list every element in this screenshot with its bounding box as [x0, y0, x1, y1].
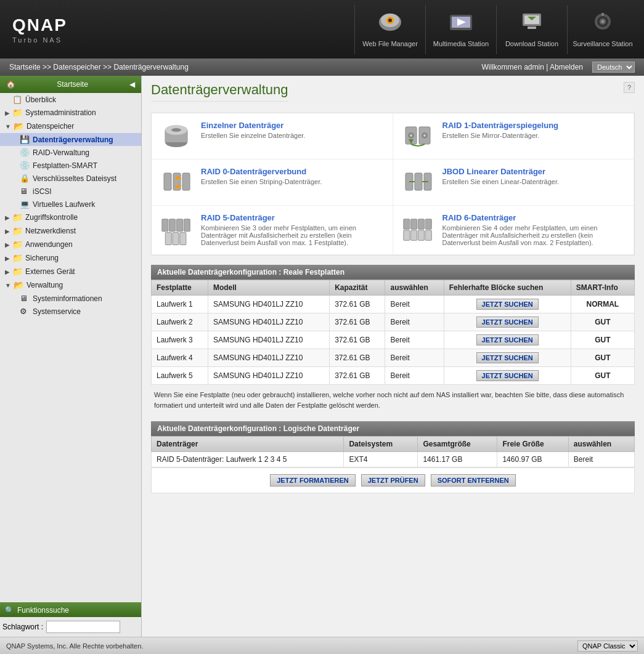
sidebar-items-container: 📋 Überblick ▶ 📁 Systemadministration ▼ 📂… [0, 93, 141, 602]
schlagwort-label: Schlagwort : [2, 623, 43, 631]
sidebar-item-verschl[interactable]: 🔒 Verschlüsseltes Dateisyst [0, 172, 141, 185]
btn-jetzt-suchen-2[interactable]: JETZT SUCHEN [476, 317, 539, 328]
btn-prufen[interactable]: JETZT PRÜFEN [361, 474, 425, 486]
sidebar-item-systemadministration[interactable]: ▶ 📁 Systemadministration [0, 106, 141, 119]
sidebar: 🏠 Startseite ◀ 📋 Überblick ▶ 📁 Systemadm… [0, 76, 142, 637]
svg-rect-49 [410, 230, 417, 240]
drive-type-jbod[interactable]: JBOD Linearer Datenträger Erstellen Sie … [393, 159, 635, 206]
btn-formatieren[interactable]: JETZT FORMATIEREN [270, 474, 356, 486]
jbod-title: JBOD Linearer Datenträger [442, 167, 560, 176]
sidebar-label-raid: RAID-Verwaltung [33, 148, 89, 157]
sidebar-item-zugriff[interactable]: ▶ 📁 Zugriffskontrolle [0, 211, 141, 224]
sidebar-item-raid[interactable]: 💿 RAID-Verwaltung [0, 146, 141, 159]
svg-point-25 [410, 134, 412, 137]
svg-rect-15 [601, 13, 604, 16]
language-selector[interactable]: Deutsch English [592, 62, 635, 73]
sidebar-item-externes[interactable]: ▶ 📁 Externes Gerät [0, 265, 141, 278]
verschl-icon: 🔒 [20, 174, 30, 183]
logical-drives-table: Datenträger Dateisystem Gesamtgröße Frei… [151, 436, 635, 467]
svg-rect-31 [182, 173, 190, 190]
sidebar-label-externes: Externes Gerät [25, 267, 75, 276]
nav-download-station[interactable]: Download Station [496, 5, 567, 54]
sidebar-label-sicherung: Sicherung [25, 254, 59, 262]
sicherung-icon: 📁 [12, 253, 23, 263]
svg-rect-48 [403, 230, 409, 240]
arrow-icon-ds: ▼ [5, 123, 11, 130]
einzelner-title: Einzelner Datenträger [201, 121, 305, 130]
content-area: Datenträgerverwaltung ? Ei [142, 76, 644, 637]
sidebar-item-datentrager[interactable]: 💾 Datenträgerverwaltung [0, 133, 141, 146]
drive-model: SAMSUNG HD401LJ ZZ10 [208, 313, 329, 331]
datenspeicher-icon: 📂 [14, 121, 24, 131]
svg-point-3 [388, 18, 392, 22]
theme-selector[interactable]: QNAP Classic Default [577, 640, 638, 652]
drive-name: Laufwerk 2 [152, 313, 208, 331]
sidebar-label-virtuell: Virtuelles Laufwerk [33, 200, 95, 209]
drive-type-raid5[interactable]: RAID 5-Datenträger Kombinieren Sie 3 ode… [152, 206, 393, 255]
drive-model: SAMSUNG HD401LJ ZZ10 [208, 349, 329, 367]
svg-rect-42 [173, 233, 179, 245]
breadcrumb: Startseite >> Datenspeicher >> Datenträg… [9, 63, 189, 71]
nav-web-file-manager[interactable]: Web File Manager [354, 5, 425, 54]
drive-smart: GUT [571, 349, 634, 367]
btn-jetzt-suchen-5[interactable]: JETZT SUCHEN [476, 370, 539, 381]
surveillance-station-label: Surveillance Station [573, 40, 632, 47]
svg-rect-29 [164, 173, 171, 190]
svg-rect-47 [425, 219, 431, 229]
multimedia-station-icon [449, 12, 473, 38]
nav-multimedia-station[interactable]: Multimedia Station [425, 5, 496, 54]
btn-entfernen[interactable]: SOFORT ENTFERNEN [431, 474, 516, 486]
svg-rect-51 [425, 230, 431, 240]
sidebar-item-verwaltung[interactable]: ▼ 📂 Verwaltung [0, 278, 141, 292]
svg-point-14 [601, 20, 604, 23]
drive-model: SAMSUNG HD401LJ ZZ10 [208, 331, 329, 349]
logo-area: QNAP Turbo NAS [6, 15, 105, 44]
sidebar-item-netzwerk[interactable]: ▶ 📁 Netzwerkdienst [0, 224, 141, 238]
help-icon[interactable]: ? [624, 82, 635, 93]
drive-type-raid1[interactable]: RAID 1-Datenträgerspiegelung Erstellen S… [393, 113, 635, 159]
svg-rect-44 [403, 219, 409, 229]
iscsi-icon: 🖥 [20, 187, 30, 196]
svg-rect-46 [418, 219, 424, 229]
jbod-desc: Erstellen Sie einen Linear-Datenträger. [442, 178, 560, 185]
raid5-desc: Kombinieren Sie 3 oder mehr Festplatten,… [201, 224, 383, 246]
sidebar-item-smart[interactable]: 💿 Festplatten-SMART [0, 159, 141, 172]
drive-capacity: 372.61 GB [330, 296, 385, 313]
sidebar-item-sysinfo[interactable]: 🖥 Systeminformationen [0, 292, 141, 305]
welcome-text: Willkommen admin | Abmelden [481, 63, 583, 71]
raid6-desc: Kombinieren Sie 4 oder mehr Festplatten,… [442, 224, 625, 246]
physical-drive-row: Laufwerk 3 SAMSUNG HD401LJ ZZ10 372.61 G… [152, 331, 635, 349]
funktionssuche-title: Funktionssuche [17, 606, 69, 615]
sidebar-item-iscsi[interactable]: 🖥 iSCSI [0, 185, 141, 198]
physical-drives-table: Festplatte Modell Kapazität auswählen Fe… [151, 280, 635, 385]
sidebar-item-virtuell[interactable]: 💻 Virtuelles Laufwerk [0, 198, 141, 211]
drive-type-raid6[interactable]: RAID 6-Datenträger Kombinieren Sie 4 ode… [393, 206, 635, 255]
nav-surveillance-station[interactable]: Surveillance Station [567, 5, 638, 54]
svg-rect-37 [162, 219, 168, 232]
search-icon: 🔍 [5, 606, 14, 615]
drive-type-einzelner[interactable]: Einzelner Datenträger Erstellen Sie einz… [152, 113, 393, 159]
sidebar-item-sysservice[interactable]: ⚙ Systemservice [0, 305, 141, 318]
btn-jetzt-suchen-1[interactable]: JETZT SUCHEN [476, 299, 539, 310]
drive-type-raid0[interactable]: RAID 0-Datenträgerverbund Erstellen Sie … [152, 159, 393, 206]
sidebar-toggle-icon[interactable]: ◀ [129, 80, 135, 89]
sidebar-item-sicherung[interactable]: ▶ 📁 Sicherung [0, 251, 141, 265]
raid0-desc: Erstellen Sie einen Striping-Datenträger… [201, 178, 322, 185]
sidebar-label-verwaltung: Verwaltung [26, 281, 63, 289]
funktionssuche-header: 🔍 Funktionssuche [0, 604, 141, 617]
sysinfo-icon: 🖥 [20, 294, 30, 303]
logical-fs: EXT4 [344, 452, 418, 467]
multimedia-station-label: Multimedia Station [433, 40, 489, 47]
sidebar-label-datenspeicher: Datenspeicher [26, 122, 74, 131]
sidebar-item-uberblick[interactable]: 📋 Überblick [0, 93, 141, 106]
schlagwort-row: Schlagwort : [0, 617, 141, 637]
raid5-icon [161, 213, 192, 247]
btn-jetzt-suchen-3[interactable]: JETZT SUCHEN [476, 334, 539, 345]
jbod-icon [402, 167, 433, 198]
sidebar-item-anwendungen[interactable]: ▶ 📁 Anwendungen [0, 238, 141, 251]
web-file-manager-label: Web File Manager [362, 40, 418, 47]
raid1-desc: Erstellen Sie Mirror-Datenträger. [442, 132, 559, 139]
btn-jetzt-suchen-4[interactable]: JETZT SUCHEN [476, 352, 539, 363]
sidebar-item-datenspeicher[interactable]: ▼ 📂 Datenspeicher [0, 119, 141, 133]
schlagwort-input[interactable] [46, 621, 120, 633]
